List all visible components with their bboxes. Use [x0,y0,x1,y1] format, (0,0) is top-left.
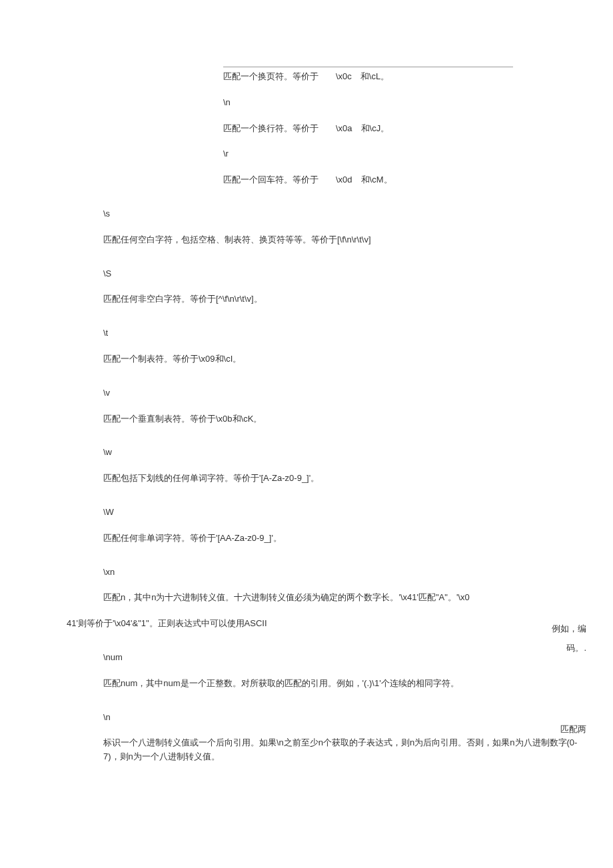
entry-desc: 匹配一个制表符。等价于\x09和\cI。 [103,352,513,366]
entry-head: \t [103,326,513,340]
entry-head: \s [103,207,513,221]
entry-desc: 41'则等价于'\x04'&"1"。正则表达式中可以使用ASCII [67,617,526,631]
entry-head: \n [223,96,513,110]
entry-desc: 匹配任何非空白字符。等价于[^\f\n\r\t\v]。 [103,292,513,306]
entry-desc: 匹配任何非单词字符。等价于'[AA-Za-z0-9_]'。 [103,532,513,546]
entry-desc: 匹配任何空白字符，包括空格、制表符、换页符等等。等价于[\f\n\r\t\v] [103,233,513,247]
entry-desc: 匹配n，其中n为十六进制转义值。十六进制转义值必须为确定的两个数字长。'\x41… [103,591,613,605]
entry-desc: 匹配一个回车符。等价于 \x0d 和\cM。 [223,173,513,187]
entry-desc: 匹配一个换页符。等价于 \x0c 和\cL。 [223,67,513,84]
entry-head: \v [103,386,513,400]
side-note: 例如，编码。. [540,620,586,657]
entry-head: \S [103,267,513,281]
entry-head: \w [103,446,513,460]
entry-desc: 匹配num，其中num是一个正整数。对所获取的匹配的引用。例如，'(.)\1'个… [103,677,513,691]
entry-desc: 标识一个八进制转义值或一个后向引用。如果\n之前至少n个获取的子表达式，则n为后… [103,736,586,764]
entry-desc: 匹配一个换行符。等价于 \x0a 和\cJ。 [223,122,513,136]
entry-head: \W [103,506,513,520]
side-note: 匹配两 [553,723,586,737]
entry-head: \xn [103,566,613,580]
entry-desc: 匹配一个垂直制表符。等价于\x0b和\cK。 [103,412,513,426]
entry-head: \r [223,147,513,161]
entry-head: \num [103,651,513,665]
entry-head: \n [103,711,513,725]
entry-desc: 匹配包括下划线的任何单词字符。等价于'[A-Za-z0-9_]'。 [103,472,513,486]
